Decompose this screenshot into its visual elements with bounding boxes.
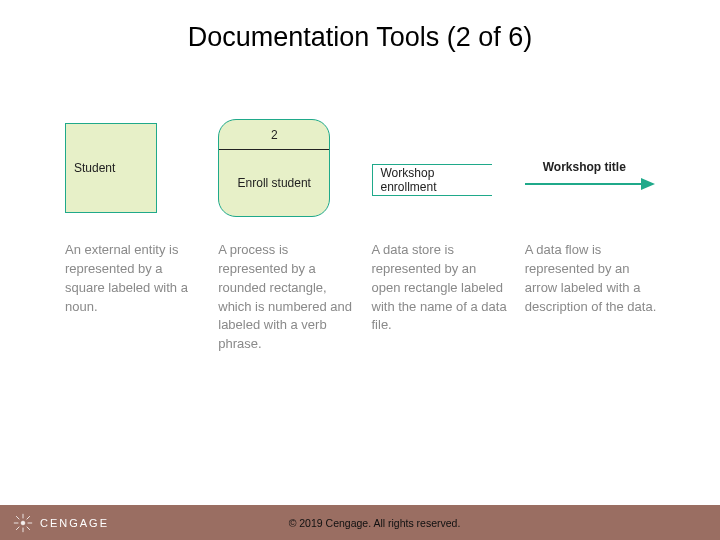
footer-bar: CENGAGE © 2019 Cengage. All rights reser…	[0, 505, 720, 540]
svg-line-9	[27, 516, 30, 519]
flow-desc: A data flow is represented by an arrow l…	[525, 241, 660, 316]
brand-text: CENGAGE	[40, 517, 109, 529]
entity-symbol-wrap: Student	[65, 113, 200, 223]
flow-label: Workshop title	[525, 160, 626, 174]
svg-line-8	[27, 526, 30, 529]
external-entity-symbol: Student	[65, 123, 157, 213]
datastore-desc: A data store is represented by an open r…	[372, 241, 507, 335]
process-number: 2	[219, 120, 329, 150]
starburst-icon	[12, 512, 34, 534]
process-symbol: 2 Enroll student	[218, 119, 330, 217]
svg-line-7	[16, 516, 19, 519]
entity-desc: An external entity is represented by a s…	[65, 241, 200, 316]
entity-cell: Student An external entity is represente…	[65, 113, 200, 354]
process-symbol-wrap: 2 Enroll student	[218, 113, 353, 223]
dataflow-symbol: Workshop title	[525, 160, 655, 192]
brand-logo: CENGAGE	[0, 512, 109, 534]
svg-line-10	[16, 526, 19, 529]
diagram-row: Student An external entity is represente…	[0, 53, 720, 354]
entity-label: Student	[74, 161, 115, 175]
svg-point-2	[21, 521, 25, 525]
process-label: Enroll student	[219, 150, 329, 216]
flow-cell: Workshop title A data flow is represente…	[525, 113, 660, 354]
process-desc: A process is represented by a rounded re…	[218, 241, 353, 354]
datastore-label: Workshop enrollment	[381, 166, 492, 194]
datastore-symbol: Workshop enrollment	[372, 164, 492, 196]
datastore-cell: Workshop enrollment A data store is repr…	[372, 113, 507, 354]
page-title: Documentation Tools (2 of 6)	[0, 0, 720, 53]
flow-symbol-wrap: Workshop title	[525, 113, 660, 223]
process-cell: 2 Enroll student A process is represente…	[218, 113, 353, 354]
copyright-text: © 2019 Cengage. All rights reserved.	[109, 517, 720, 529]
svg-marker-1	[641, 178, 655, 190]
datastore-symbol-wrap: Workshop enrollment	[372, 113, 507, 223]
arrow-icon	[525, 176, 655, 192]
